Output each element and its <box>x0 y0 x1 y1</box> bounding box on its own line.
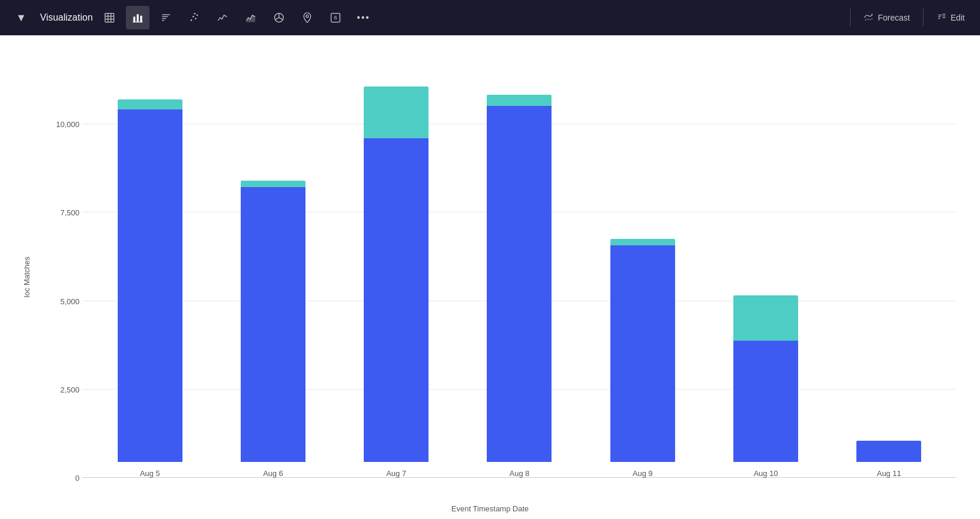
edit-label: Edit <box>951 13 965 22</box>
forecast-icon <box>863 12 874 23</box>
svg-marker-18 <box>246 15 255 22</box>
bar-chart-icon-button[interactable] <box>126 6 150 29</box>
bar-chart-icon <box>132 12 144 24</box>
bar-group-aug8[interactable]: Aug 8 <box>475 95 563 478</box>
svg-point-14 <box>192 16 194 17</box>
x-label-aug8: Aug 8 <box>509 469 529 478</box>
area-chart-icon-button[interactable] <box>239 6 263 29</box>
svg-rect-5 <box>133 16 135 22</box>
scatter-icon <box>188 12 200 24</box>
sorted-list-icon-button[interactable] <box>154 6 178 29</box>
chart-container: Ioc Matches Event Timestamp Date 10,000 … <box>0 35 980 519</box>
edit-icon <box>936 12 947 23</box>
toolbar: ▼ Visualization <box>0 0 980 35</box>
map-icon <box>301 12 313 24</box>
line-chart-icon-button[interactable] <box>211 6 234 29</box>
forecast-button[interactable]: Forecast <box>858 9 915 26</box>
y-label-2500: 2,500 <box>47 385 79 394</box>
svg-point-13 <box>190 19 192 21</box>
bar-stack-aug10 <box>733 295 798 462</box>
bar-stack-aug5 <box>118 99 182 462</box>
bar-group-aug6[interactable]: Aug 6 <box>229 181 317 478</box>
toolbar-divider-2 <box>923 9 923 26</box>
chart-plot-area: 10,000 7,500 5,000 2,500 0 Aug 5 <box>47 53 956 478</box>
y-label-7500: 7,500 <box>47 208 79 217</box>
table-icon-button[interactable] <box>98 6 121 29</box>
number-icon: 6 <box>330 12 341 24</box>
x-label-aug6: Aug 6 <box>263 469 283 478</box>
x-label-aug7: Aug 7 <box>386 469 406 478</box>
collapse-icon: ▼ <box>16 12 26 24</box>
bar-top-aug9 <box>610 239 675 245</box>
area-chart-icon <box>245 12 257 24</box>
bar-top-aug6 <box>241 181 305 187</box>
bar-bottom-aug6 <box>241 187 305 463</box>
bar-top-aug5 <box>118 99 182 109</box>
x-label-aug10: Aug 10 <box>753 469 778 478</box>
x-label-aug9: Aug 9 <box>633 469 653 478</box>
y-label-0: 0 <box>47 474 79 483</box>
table-icon <box>104 12 115 24</box>
map-icon-button[interactable] <box>295 6 319 29</box>
bar-group-aug10[interactable]: Aug 10 <box>722 295 810 478</box>
y-axis-title: Ioc Matches <box>22 257 31 298</box>
number-badge-button[interactable]: 6 <box>324 6 347 29</box>
more-icon: ••• <box>357 12 370 23</box>
pie-chart-icon-button[interactable] <box>267 6 291 29</box>
bar-stack-aug6 <box>241 181 305 463</box>
svg-point-20 <box>305 15 308 17</box>
bar-stack-aug7 <box>364 86 428 462</box>
bar-stack-aug9 <box>610 239 675 463</box>
bar-bottom-aug8 <box>487 106 552 462</box>
toolbar-left: ▼ Visualization <box>9 6 845 29</box>
sorted-list-icon <box>160 12 172 24</box>
bar-group-aug9[interactable]: Aug 9 <box>599 239 687 478</box>
edit-button[interactable]: Edit <box>931 9 971 26</box>
bar-bottom-aug5 <box>118 109 182 463</box>
toolbar-right: Forecast Edit <box>848 9 971 26</box>
x-axis-title: Event Timestamp Date <box>451 504 529 513</box>
bar-bottom-aug9 <box>610 245 675 463</box>
bars-area: Aug 5 Aug 6 Aug 7 <box>82 53 956 478</box>
bar-group-aug11[interactable]: Aug 11 <box>845 441 933 478</box>
x-label-aug11: Aug 11 <box>877 469 901 478</box>
y-label-10000: 10,000 <box>47 120 79 129</box>
forecast-label: Forecast <box>878 13 909 22</box>
bar-group-aug7[interactable]: Aug 7 <box>352 86 440 478</box>
svg-text:6: 6 <box>334 15 337 21</box>
bar-top-aug7 <box>364 86 428 138</box>
toolbar-divider <box>850 9 851 26</box>
bar-top-aug8 <box>487 95 552 106</box>
bar-bottom-aug7 <box>364 138 428 462</box>
svg-rect-6 <box>137 14 138 22</box>
svg-rect-7 <box>140 16 142 22</box>
bar-stack-aug11 <box>856 441 921 462</box>
scatter-icon-button[interactable] <box>182 6 206 29</box>
line-chart-icon <box>217 12 228 24</box>
x-label-aug5: Aug 5 <box>140 469 160 478</box>
pie-chart-icon <box>273 12 285 24</box>
svg-point-15 <box>195 18 197 19</box>
svg-point-17 <box>194 13 195 15</box>
bar-group-aug5[interactable]: Aug 5 <box>106 99 194 478</box>
visualization-title: Visualization <box>40 12 93 23</box>
svg-point-16 <box>196 15 198 16</box>
bar-bottom-aug10 <box>733 341 798 462</box>
more-button[interactable]: ••• <box>352 6 376 29</box>
bar-top-aug10 <box>733 295 798 341</box>
bar-stack-aug8 <box>487 95 552 462</box>
svg-rect-0 <box>105 14 114 22</box>
bar-bottom-aug11 <box>856 441 921 462</box>
y-label-5000: 5,000 <box>47 297 79 306</box>
collapse-button[interactable]: ▼ <box>9 6 33 29</box>
